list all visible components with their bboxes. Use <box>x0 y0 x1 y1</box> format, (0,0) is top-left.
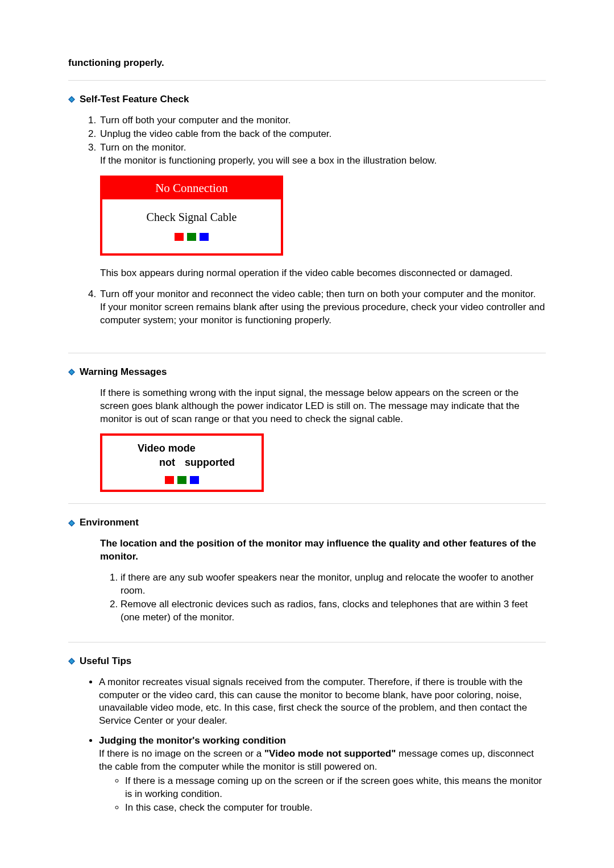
spacer <box>68 625 546 634</box>
list-item-text: Turn on the monitor. <box>100 142 186 153</box>
tips-list: A monitor recreates visual signals recei… <box>86 676 546 815</box>
spacer <box>68 328 546 345</box>
blue-square-icon <box>190 476 199 484</box>
section-heading-warning: Warning Messages <box>68 366 546 379</box>
warning-paragraph: If there is something wrong with the inp… <box>100 387 546 426</box>
environment-list: if there are any sub woofer speakers nea… <box>108 571 546 624</box>
list-item: Remove all electronic devices such as ra… <box>121 598 546 624</box>
section-heading-self-test: Self-Test Feature Check <box>68 93 546 106</box>
list-item: Judging the monitor's working condition … <box>99 735 546 815</box>
red-square-icon <box>165 476 174 484</box>
section-title: Environment <box>80 516 139 529</box>
list-item: Turn off your monitor and reconnect the … <box>99 288 546 327</box>
text-fragment: If there is no image on the screen or a <box>99 748 264 759</box>
osd-wrapper: Video mode not supported <box>100 433 546 492</box>
diamond-bullet-icon <box>68 369 75 375</box>
document-page: functioning properly. Self-Test Feature … <box>68 0 546 868</box>
list-item: Turn off both your computer and the moni… <box>99 114 546 127</box>
list-item-note: If your monitor screen remains blank aft… <box>100 302 545 326</box>
section-heading-tips: Useful Tips <box>68 655 546 668</box>
section-heading-environment: Environment <box>68 516 546 529</box>
diamond-bullet-icon <box>68 658 75 665</box>
diamond-bullet-icon <box>68 96 75 103</box>
divider <box>68 642 546 642</box>
judging-sublist: If there is a message coming up on the s… <box>113 775 546 815</box>
intro-line: functioning properly. <box>68 57 546 70</box>
list-item: if there are any sub woofer speakers nea… <box>121 571 546 598</box>
rgb-indicator <box>102 473 262 490</box>
judging-line: If there is no image on the screen or a … <box>99 748 534 772</box>
diamond-bullet-icon <box>68 520 75 527</box>
list-item: Unplug the video cable from the back of … <box>99 128 546 141</box>
osd-body: Check Signal Cable <box>102 199 281 253</box>
divider <box>68 503 546 504</box>
self-test-steps: Turn off both your computer and the moni… <box>86 114 546 327</box>
judging-heading: Judging the monitor's working condition <box>99 735 286 746</box>
list-item-text: Turn off your monitor and reconnect the … <box>100 289 536 299</box>
red-square-icon <box>175 233 184 241</box>
osd-no-connection: No Connection Check Signal Cable <box>100 176 283 256</box>
green-square-icon <box>187 233 196 241</box>
osd-line2: not supported <box>138 456 254 469</box>
osd-title: No Connection <box>102 178 281 199</box>
blue-square-icon <box>200 233 209 241</box>
list-item: If there is a message coming up on the s… <box>125 775 546 801</box>
osd-video-mode: Video mode not supported <box>100 433 264 492</box>
environment-intro: The location and the position of the mon… <box>100 537 546 564</box>
list-item: In this case, check the computer for tro… <box>125 802 546 815</box>
divider <box>68 353 546 353</box>
section-title: Self-Test Feature Check <box>80 93 189 106</box>
after-box-note: This box appears during normal operation… <box>100 267 546 280</box>
divider <box>68 80 546 81</box>
osd-line1: Video mode <box>138 441 254 455</box>
list-item-note: If the monitor is functioning properly, … <box>100 155 437 166</box>
osd-body: Video mode not supported <box>102 436 262 473</box>
section-title: Useful Tips <box>80 655 131 668</box>
section-title: Warning Messages <box>80 366 167 379</box>
list-item: Turn on the monitor. If the monitor is f… <box>99 141 546 280</box>
text-bold: "Video mode not supported" <box>264 748 396 759</box>
rgb-indicator <box>106 231 277 250</box>
osd-message: Check Signal Cable <box>106 210 277 225</box>
list-item: A monitor recreates visual signals recei… <box>99 676 546 728</box>
green-square-icon <box>177 476 186 484</box>
